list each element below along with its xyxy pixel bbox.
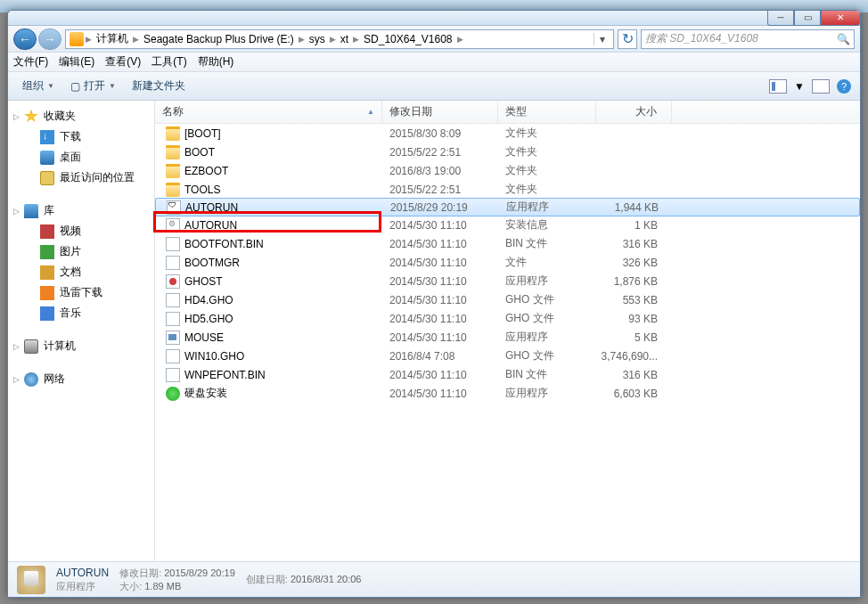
file-type: 文件夹 xyxy=(498,182,596,197)
address-row: ← → ▶ 计算机 ▶ Seagate Backup Plus Drive (E… xyxy=(8,26,860,53)
file-date: 2014/5/30 11:10 xyxy=(382,238,498,250)
file-row[interactable]: 硬盘安装2014/5/30 11:10应用程序6,603 KB xyxy=(155,384,860,403)
folder-icon xyxy=(166,164,180,178)
breadcrumb-item[interactable]: SD_10X64_V1608 xyxy=(361,33,454,45)
close-button[interactable]: ✕ xyxy=(821,10,860,26)
collapse-icon[interactable]: ▷ xyxy=(13,112,20,121)
column-header-type[interactable]: 类型 xyxy=(498,101,596,123)
column-header-size[interactable]: 大小 xyxy=(596,101,672,123)
address-bar[interactable]: ▶ 计算机 ▶ Seagate Backup Plus Drive (E:) ▶… xyxy=(65,29,614,49)
sidebar-downloads[interactable]: 下载 xyxy=(8,127,154,147)
open-button[interactable]: ▢打开▼ xyxy=(65,77,121,95)
sidebar-network[interactable]: ▷ 网络 xyxy=(8,369,154,389)
sidebar-libraries[interactable]: ▷ 库 xyxy=(8,200,154,221)
collapse-icon[interactable]: ▷ xyxy=(13,342,20,351)
file-size: 3,746,690... xyxy=(596,350,672,363)
file-name: BOOTMGR xyxy=(184,257,240,269)
forward-button[interactable]: → xyxy=(38,29,61,50)
file-size: 1,944 KB xyxy=(597,201,673,214)
file-row[interactable]: HD4.GHO2014/5/30 11:10GHO 文件553 KB xyxy=(155,290,860,309)
menu-help[interactable]: 帮助(H) xyxy=(198,54,234,69)
file-name: 硬盘安装 xyxy=(184,386,227,401)
sidebar-thunder[interactable]: 迅雷下载 xyxy=(8,282,154,303)
breadcrumb-item[interactable]: Seagate Backup Plus Drive (E:) xyxy=(141,33,297,45)
file-date: 2015/5/22 2:51 xyxy=(382,184,498,196)
file-row[interactable]: TOOLS2015/5/22 2:51文件夹 xyxy=(155,180,860,199)
sidebar-pictures[interactable]: 图片 xyxy=(8,241,154,262)
maximize-button[interactable]: ▭ xyxy=(794,10,821,26)
chevron-right-icon[interactable]: ▶ xyxy=(299,35,305,44)
explorer-window: ─ ▭ ✕ ← → ▶ 计算机 ▶ Seagate Backup Plus Dr… xyxy=(7,10,861,598)
file-row[interactable]: HD5.GHO2014/5/30 11:10GHO 文件93 KB xyxy=(155,309,860,328)
refresh-button[interactable]: ↻ xyxy=(618,29,637,49)
file-type: 安装信息 xyxy=(498,217,596,233)
breadcrumb-item[interactable]: 计算机 xyxy=(94,31,131,46)
recent-icon xyxy=(40,171,54,185)
breadcrumb-item[interactable]: xt xyxy=(338,33,351,45)
search-input[interactable]: 搜索 SD_10X64_V1608 🔍 xyxy=(641,29,855,49)
sidebar-documents[interactable]: 文档 xyxy=(8,262,154,282)
sidebar-recent[interactable]: 最近访问的位置 xyxy=(8,167,154,188)
file-icon xyxy=(166,368,180,382)
sidebar-videos[interactable]: 视频 xyxy=(8,221,154,241)
details-pane: AUTORUN 应用程序 修改日期: 2015/8/29 20:19 大小: 1… xyxy=(8,561,860,597)
chevron-right-icon[interactable]: ▶ xyxy=(86,35,92,44)
file-type: 文件夹 xyxy=(498,163,596,178)
view-options-button[interactable] xyxy=(769,79,787,94)
column-header-name[interactable]: 名称▲ xyxy=(155,101,382,123)
back-button[interactable]: ← xyxy=(13,29,37,50)
file-row[interactable]: EZBOOT2016/8/3 19:00文件夹 xyxy=(155,161,860,180)
menu-view[interactable]: 查看(V) xyxy=(105,54,141,69)
file-name: AUTORUN xyxy=(185,201,238,214)
menu-bar: 文件(F) 编辑(E) 查看(V) 工具(T) 帮助(H) xyxy=(8,53,860,72)
sidebar-computer[interactable]: ▷ 计算机 xyxy=(8,336,154,356)
collapse-icon[interactable]: ▷ xyxy=(13,375,20,384)
minimize-button[interactable]: ─ xyxy=(767,10,794,26)
file-row[interactable]: [BOOT]2015/8/30 8:09文件夹 xyxy=(155,124,860,143)
file-icon xyxy=(166,256,180,270)
document-icon xyxy=(40,265,54,280)
file-row[interactable]: AUTORUN2015/8/29 20:19应用程序1,944 KB xyxy=(155,198,860,216)
file-date: 2014/5/30 11:10 xyxy=(382,257,498,269)
organize-button[interactable]: 组织▼ xyxy=(17,77,60,95)
new-folder-button[interactable]: 新建文件夹 xyxy=(127,77,191,95)
file-name: TOOLS xyxy=(184,184,220,196)
menu-file[interactable]: 文件(F) xyxy=(13,54,48,69)
file-row[interactable]: WNPEFONT.BIN2014/5/30 11:10BIN 文件316 KB xyxy=(155,365,860,384)
thunder-icon xyxy=(40,286,54,300)
address-dropdown[interactable]: ▾ xyxy=(594,33,610,45)
sidebar-desktop[interactable]: 桌面 xyxy=(8,147,154,167)
chevron-right-icon[interactable]: ▶ xyxy=(133,35,139,44)
column-header-date[interactable]: 修改日期 xyxy=(382,101,498,123)
collapse-icon[interactable]: ▷ xyxy=(13,207,20,216)
chevron-down-icon[interactable]: ▼ xyxy=(794,80,805,93)
menu-edit[interactable]: 编辑(E) xyxy=(59,54,94,69)
file-date: 2015/5/22 2:51 xyxy=(382,146,498,159)
file-size: 316 KB xyxy=(596,369,672,381)
breadcrumb-item[interactable]: sys xyxy=(307,33,328,45)
menu-tools[interactable]: 工具(T) xyxy=(151,54,186,69)
file-type: 文件 xyxy=(498,255,596,270)
help-button[interactable]: ? xyxy=(837,79,851,94)
file-row[interactable]: MOUSE2014/5/30 11:10应用程序5 KB xyxy=(155,328,860,347)
chevron-right-icon[interactable]: ▶ xyxy=(330,35,336,44)
file-type: BIN 文件 xyxy=(498,367,596,382)
file-row[interactable]: WIN10.GHO2016/8/4 7:08GHO 文件3,746,690... xyxy=(155,347,860,365)
file-row[interactable]: BOOT2015/5/22 2:51文件夹 xyxy=(155,143,860,161)
chevron-right-icon[interactable]: ▶ xyxy=(457,35,463,44)
preview-pane-button[interactable] xyxy=(812,79,830,94)
file-type: 应用程序 xyxy=(498,386,596,401)
file-type: GHO 文件 xyxy=(498,311,596,326)
file-row[interactable]: GHOST2014/5/30 11:10应用程序1,876 KB xyxy=(155,272,860,290)
file-type: 文件夹 xyxy=(498,126,596,141)
sidebar-favorites[interactable]: ▷ 收藏夹 xyxy=(8,106,154,127)
file-name: WIN10.GHO xyxy=(184,350,244,363)
file-row[interactable]: AUTORUN2014/5/30 11:10安装信息1 KB xyxy=(155,216,860,234)
file-row[interactable]: BOOTFONT.BIN2014/5/30 11:10BIN 文件316 KB xyxy=(155,234,860,253)
file-icon xyxy=(166,237,180,251)
file-row[interactable]: BOOTMGR2014/5/30 11:10文件326 KB xyxy=(155,253,860,272)
sidebar-music[interactable]: 音乐 xyxy=(8,303,154,323)
video-icon xyxy=(40,224,54,239)
chevron-right-icon[interactable]: ▶ xyxy=(353,35,359,44)
title-bar[interactable]: ─ ▭ ✕ xyxy=(8,11,860,26)
